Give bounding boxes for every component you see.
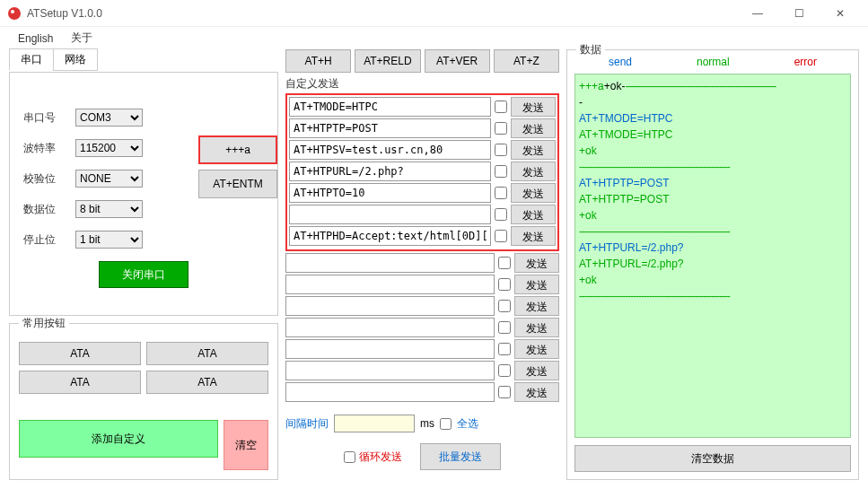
cmd-row-4: 发送 (289, 183, 556, 203)
legend-error: error (794, 56, 817, 68)
cmd-row-7: 发送 (285, 253, 559, 273)
cmd-input-3[interactable] (289, 162, 491, 181)
cmd-check-8[interactable] (498, 278, 511, 291)
port-select[interactable]: COM3 (75, 109, 143, 127)
app-icon (7, 6, 22, 21)
cmd-check-0[interactable] (495, 100, 507, 113)
titlebar: ATSetup V1.0.0 — ☐ ✕ (0, 0, 868, 27)
cmd-check-2[interactable] (495, 144, 507, 156)
cmd-check-7[interactable] (498, 257, 511, 269)
cmd-send-5[interactable]: 发送 (511, 205, 556, 224)
interval-label: 间隔时间 (285, 416, 329, 432)
cmd-check-11[interactable] (498, 343, 511, 355)
at-reld-button[interactable]: AT+RELD (355, 49, 420, 73)
cmd-send-2[interactable]: 发送 (511, 140, 556, 160)
interval-input[interactable] (334, 415, 415, 432)
svg-point-1 (11, 10, 14, 13)
cmd-row-9: 发送 (285, 296, 559, 316)
ata-button-0[interactable]: ATA (19, 342, 141, 365)
cmd-input-12[interactable] (285, 361, 495, 380)
close-serial-button[interactable]: 关闭串口 (99, 261, 189, 288)
cmd-send-11[interactable]: 发送 (514, 339, 559, 359)
cmd-row-5: 发送 (289, 205, 556, 224)
cmd-send-1[interactable]: 发送 (511, 118, 556, 138)
at-z-button[interactable]: AT+Z (494, 49, 559, 73)
cmd-input-8[interactable] (285, 275, 495, 294)
add-custom-button[interactable]: 添加自定义 (19, 420, 218, 458)
cmd-check-4[interactable] (495, 187, 507, 199)
cmd-check-6[interactable] (495, 230, 507, 242)
log-output: +++a+ok---------------------------------… (574, 74, 851, 438)
tab-serial[interactable]: 串口 (9, 48, 54, 71)
cmd-input-10[interactable] (285, 318, 495, 337)
baud-label: 波特率 (23, 141, 68, 156)
cmd-input-6[interactable] (289, 226, 491, 246)
menubar: English 关于 (0, 27, 868, 49)
cmd-check-12[interactable] (498, 364, 511, 377)
common-buttons-panel: 常用按钮 ATA ATA ATA ATA 添加自定义 清空 (9, 323, 278, 480)
cmd-check-10[interactable] (498, 321, 511, 334)
cmd-row-1: 发送 (289, 118, 556, 138)
cmd-row-0: 发送 (289, 97, 556, 117)
data-select[interactable]: 8 bit (75, 200, 143, 218)
maximize-button[interactable]: ☐ (778, 0, 820, 27)
cmd-send-10[interactable]: 发送 (514, 318, 559, 337)
cmd-check-1[interactable] (495, 122, 507, 135)
cmd-send-13[interactable]: 发送 (514, 382, 559, 402)
cmd-row-2: 发送 (289, 140, 556, 160)
cmd-row-8: 发送 (285, 275, 559, 294)
cmd-input-13[interactable] (285, 382, 495, 402)
select-all-label: 全选 (457, 416, 478, 432)
cmd-row-11: 发送 (285, 339, 559, 359)
ata-button-2[interactable]: ATA (19, 371, 141, 394)
cmd-row-3: 发送 (289, 162, 556, 181)
at-ver-button[interactable]: AT+VER (425, 49, 490, 73)
cmd-check-13[interactable] (498, 386, 511, 398)
cmd-row-6: 发送 (289, 226, 556, 246)
loop-label: 循环发送 (359, 450, 402, 465)
cmd-check-5[interactable] (495, 208, 507, 221)
plus-a-button[interactable]: +++a (198, 135, 277, 164)
cmd-send-7[interactable]: 发送 (514, 253, 559, 273)
cmd-row-13: 发送 (285, 382, 559, 402)
cmd-input-1[interactable] (289, 118, 491, 138)
custom-send-title: 自定义发送 (285, 76, 559, 92)
clear-data-button[interactable]: 清空数据 (574, 445, 851, 472)
cmd-send-12[interactable]: 发送 (514, 361, 559, 380)
cmd-input-7[interactable] (285, 253, 495, 273)
window-title: ATSetup V1.0.0 (27, 7, 737, 20)
minimize-button[interactable]: — (737, 0, 778, 27)
cmd-input-2[interactable] (289, 140, 491, 160)
cmd-row-12: 发送 (285, 361, 559, 380)
menu-english[interactable]: English (18, 32, 53, 45)
ata-button-3[interactable]: ATA (146, 371, 268, 394)
stop-select[interactable]: 1 bit (75, 231, 143, 249)
cmd-input-0[interactable] (289, 97, 491, 117)
clear-common-button[interactable]: 清空 (224, 420, 268, 470)
cmd-send-0[interactable]: 发送 (511, 97, 556, 117)
cmd-send-8[interactable]: 发送 (514, 275, 559, 294)
at-entm-button[interactable]: AT+ENTM (198, 170, 277, 198)
cmd-check-3[interactable] (495, 165, 507, 178)
cmd-send-6[interactable]: 发送 (511, 226, 556, 246)
tab-network[interactable]: 网络 (53, 48, 98, 71)
ata-button-1[interactable]: ATA (146, 342, 268, 365)
stop-label: 停止位 (23, 232, 68, 248)
select-all-checkbox[interactable] (440, 418, 452, 430)
loop-checkbox[interactable] (344, 451, 355, 463)
baud-select[interactable]: 115200 (75, 139, 143, 157)
parity-select[interactable]: NONE (75, 170, 143, 188)
cmd-send-9[interactable]: 发送 (514, 296, 559, 316)
cmd-input-5[interactable] (289, 205, 491, 224)
cmd-check-9[interactable] (498, 300, 511, 312)
menu-about[interactable]: 关于 (71, 31, 92, 46)
at-h-button[interactable]: AT+H (285, 49, 351, 73)
close-window-button[interactable]: ✕ (820, 0, 861, 27)
cmd-input-4[interactable] (289, 183, 491, 203)
cmd-input-9[interactable] (285, 296, 495, 316)
data-panel: 数据 send normal error +++a+ok------------… (566, 49, 859, 480)
cmd-send-3[interactable]: 发送 (511, 162, 556, 181)
cmd-send-4[interactable]: 发送 (511, 183, 556, 203)
cmd-input-11[interactable] (285, 339, 495, 359)
batch-send-button[interactable]: 批量发送 (420, 443, 501, 470)
